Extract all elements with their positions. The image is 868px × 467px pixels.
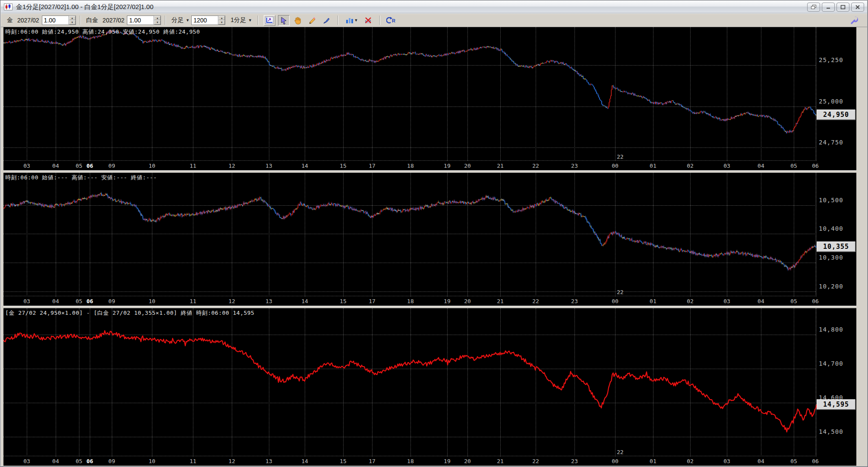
minimize-button[interactable] xyxy=(822,3,835,12)
time-tick-label: 18 xyxy=(407,458,414,464)
reload-button[interactable]: R xyxy=(385,15,397,26)
time-tick-label: 23 xyxy=(571,298,578,304)
close-icon xyxy=(855,5,860,9)
price-tick-label: 10,500 xyxy=(819,197,843,204)
time-tick-label: 05 xyxy=(790,458,797,464)
time-tick-label: 11 xyxy=(189,458,196,464)
toolbar: 金 2027/02 ▲ ▼ 白金 2027/02 ▲ ▼ 分足 ▼ ▲ xyxy=(1,13,867,27)
bar-count-spinner: ▲ ▼ xyxy=(191,16,225,25)
platinum-plot-area[interactable]: 時刻:06:00 始値:--- 高値:--- 安値:--- 終値:--- 22 xyxy=(3,173,817,296)
chart-settings-icon xyxy=(265,16,274,24)
time-tick-label: 04 xyxy=(52,298,59,304)
gold-candlestick-chart xyxy=(3,27,817,161)
time-tick-label: 12 xyxy=(228,163,235,169)
gold-multiplier-down-button[interactable]: ▼ xyxy=(69,20,76,25)
pen-tool-button[interactable] xyxy=(321,15,332,26)
time-tick-label: 20 xyxy=(464,458,471,464)
time-tick-label: 05 xyxy=(790,163,797,169)
title-bar[interactable]: 金1分足[2027/02]1.00 - 白金1分足[2027/02]1.00 xyxy=(1,1,867,13)
platinum-candlestick-chart xyxy=(3,173,817,296)
time-tick-label: 00 xyxy=(612,163,619,169)
platinum-chart-panel: 時刻:06:00 始値:--- 高値:--- 安値:--- 終値:--- 22 … xyxy=(3,173,856,306)
time-tick-label: 15 xyxy=(340,163,347,169)
period-type-dropdown[interactable]: 分足 ▼ xyxy=(171,16,189,24)
date-label: 22 xyxy=(617,154,624,160)
spread-price-axis: 14,80014,70014,60014,50014,595 xyxy=(817,308,856,456)
toolbar-separator xyxy=(338,16,338,25)
time-tick-label: 03 xyxy=(23,298,30,304)
price-tick-label: 25,250 xyxy=(819,56,843,63)
spread-plot-area[interactable]: [金 27/02 24,950×1.00] - [白金 27/02 10,355… xyxy=(3,308,817,456)
gold-plot-area[interactable]: 時刻:06:00 始値:24,950 高値:24,950 安値:24,950 終… xyxy=(3,27,817,161)
gold-multiplier-input[interactable] xyxy=(42,16,69,25)
hand-tool-button[interactable] xyxy=(292,15,304,26)
platinum-symbol-label: 白金 xyxy=(86,16,98,24)
last-price-box: 14,595 xyxy=(817,399,855,410)
time-tick-label: 13 xyxy=(265,298,272,304)
time-tick-label: 06 xyxy=(86,458,93,464)
date-label: 22 xyxy=(617,289,624,295)
time-tick-label: 17 xyxy=(369,163,376,169)
gold-symbol-label: 金 xyxy=(7,16,13,24)
time-tick-label: 17 xyxy=(369,298,376,304)
float-window-button[interactable] xyxy=(807,3,820,12)
remove-study-icon xyxy=(364,16,372,25)
float-window-icon xyxy=(811,5,817,9)
time-tick-label: 18 xyxy=(407,298,414,304)
platinum-multiplier-spinner: ▲ ▼ xyxy=(127,16,161,25)
platinum-multiplier-up-button[interactable]: ▲ xyxy=(154,16,161,20)
app-icon xyxy=(4,3,13,10)
time-tick-label: 10 xyxy=(148,458,155,464)
platinum-multiplier-down-button[interactable]: ▼ xyxy=(154,20,161,25)
time-tick-label: 21 xyxy=(497,458,504,464)
maximize-icon xyxy=(840,5,846,9)
platinum-multiplier-input[interactable] xyxy=(127,16,154,25)
pencil-tool-button[interactable] xyxy=(306,15,318,26)
remove-study-button[interactable] xyxy=(363,15,374,26)
time-tick-label: 12 xyxy=(228,458,235,464)
time-tick-label: 15 xyxy=(340,458,347,464)
chart-stack: 時刻:06:00 始値:24,950 高値:24,950 安値:24,950 終… xyxy=(3,27,856,466)
time-tick-label: 05 xyxy=(76,298,82,304)
interval-dropdown[interactable]: 1分足 ▼ xyxy=(230,16,252,24)
toolbar-separator xyxy=(165,16,166,25)
time-tick-label: 11 xyxy=(189,298,196,304)
bar-count-down-button[interactable]: ▼ xyxy=(218,20,225,25)
time-tick-label: 20 xyxy=(464,298,471,304)
last-price-box: 10,355 xyxy=(817,241,855,252)
bar-style-dropdown-button[interactable]: ▼ xyxy=(344,15,360,26)
time-tick-label: 01 xyxy=(650,163,657,169)
time-tick-label: 12 xyxy=(228,298,235,304)
maximize-button[interactable] xyxy=(836,3,849,12)
settings-wrench-button[interactable] xyxy=(849,15,860,26)
toolbar-separator xyxy=(258,16,259,25)
gold-time-axis: 0304050609101112131415171819202122230001… xyxy=(3,161,856,170)
time-tick-label: 06 xyxy=(812,163,819,169)
time-tick-label: 14 xyxy=(301,298,308,304)
time-tick-label: 09 xyxy=(108,458,115,464)
bar-count-up-button[interactable]: ▲ xyxy=(218,16,225,20)
time-tick-label: 06 xyxy=(812,458,819,464)
chevron-down-icon: ▼ xyxy=(354,18,358,22)
pointer-tool-button[interactable] xyxy=(278,15,290,26)
time-tick-label: 13 xyxy=(265,458,272,464)
candlestick-logo-icon xyxy=(4,4,12,10)
chart-settings-button[interactable] xyxy=(264,15,275,26)
wrench-icon xyxy=(850,16,859,25)
time-tick-label: 19 xyxy=(444,163,451,169)
time-tick-label: 02 xyxy=(687,458,694,464)
chevron-down-icon: ▼ xyxy=(248,18,252,22)
time-tick-label: 05 xyxy=(76,163,82,169)
time-tick-label: 04 xyxy=(758,458,764,464)
svg-text:R: R xyxy=(392,18,395,23)
time-tick-label: 10 xyxy=(148,298,155,304)
bar-count-input[interactable] xyxy=(191,16,218,25)
time-tick-label: 06 xyxy=(86,298,93,304)
gold-ohlc-readout: 時刻:06:00 始値:24,950 高値:24,950 安値:24,950 終… xyxy=(5,28,200,36)
time-tick-label: 03 xyxy=(23,163,30,169)
close-button[interactable] xyxy=(851,3,864,12)
time-tick-label: 04 xyxy=(52,458,59,464)
gold-multiplier-up-button[interactable]: ▲ xyxy=(69,16,76,20)
time-tick-label: 05 xyxy=(76,458,82,464)
time-tick-label: 11 xyxy=(189,163,196,169)
